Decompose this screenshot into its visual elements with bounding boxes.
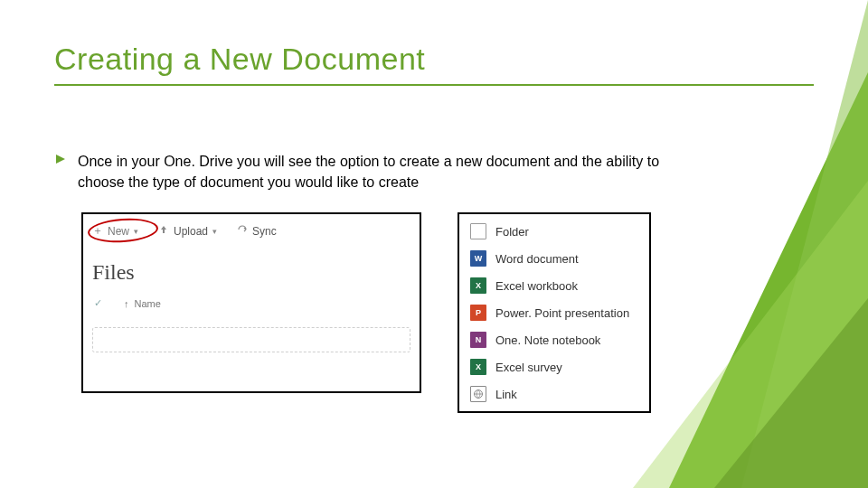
upload-button[interactable]: Upload ▾: [158, 224, 217, 238]
menu-item-word[interactable]: W Word document: [459, 245, 649, 272]
name-column-label: Name: [135, 298, 161, 309]
folder-icon: ❐: [470, 223, 486, 239]
bullet-text: Once in your One. Drive you will see the…: [78, 151, 705, 192]
menu-label: Excel survey: [495, 361, 562, 374]
bullet-item: Once in your One. Drive you will see the…: [54, 151, 705, 192]
menu-item-excel-survey[interactable]: X Excel survey: [459, 353, 649, 380]
onenote-icon: N: [470, 332, 486, 348]
screenshot-onedrive-files: ＋ New ▾ Upload ▾ Sync: [81, 212, 421, 393]
sync-label: Sync: [252, 225, 277, 238]
link-icon: [470, 386, 486, 402]
sync-button[interactable]: Sync: [237, 224, 277, 238]
menu-item-powerpoint[interactable]: P Power. Point presentation: [459, 299, 649, 326]
menu-item-link[interactable]: Link: [459, 380, 649, 408]
upload-label: Upload: [174, 225, 208, 238]
screenshot-new-menu: ❐ Folder W Word document X Excel workboo…: [458, 212, 651, 413]
menu-label: Link: [495, 388, 517, 401]
powerpoint-icon: P: [470, 305, 486, 321]
check-icon: ✓: [94, 297, 102, 309]
sort-icon: ↑: [124, 298, 129, 309]
menu-item-excel[interactable]: X Excel workbook: [459, 272, 649, 299]
new-menu-list: ❐ Folder W Word document X Excel workboo…: [459, 218, 649, 408]
excel-icon: X: [470, 277, 486, 294]
svg-marker-4: [56, 155, 65, 164]
files-heading: Files: [92, 260, 410, 285]
upload-icon: [158, 224, 169, 238]
slide-title: Creating a New Document: [54, 42, 814, 77]
menu-label: Excel workbook: [495, 279, 578, 293]
chevron-down-icon: ▾: [212, 227, 217, 236]
menu-label: Power. Point presentation: [495, 306, 629, 320]
highlight-circle: [87, 217, 159, 245]
menu-label: One. Note notebook: [495, 333, 600, 347]
files-column-header: ✓ ↑ Name: [90, 294, 412, 313]
menu-item-folder[interactable]: ❐ Folder: [459, 218, 649, 245]
dashed-placeholder-row: [92, 327, 410, 352]
menu-item-onenote[interactable]: N One. Note notebook: [459, 326, 649, 353]
title-underline: [54, 84, 814, 86]
menu-label: Word document: [495, 252, 579, 266]
menu-label: Folder: [495, 225, 529, 239]
word-icon: W: [470, 250, 486, 267]
bullet-arrow-icon: [54, 153, 67, 192]
sync-icon: [237, 224, 248, 238]
excel-survey-icon: X: [470, 359, 486, 375]
